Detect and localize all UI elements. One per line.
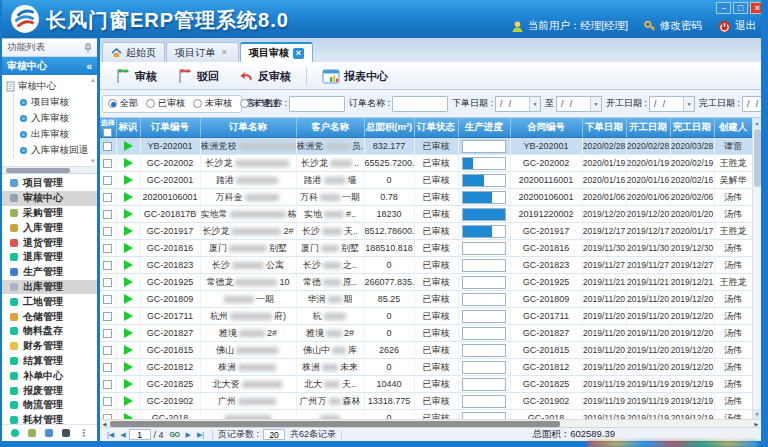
row-checkbox[interactable] <box>103 193 112 202</box>
sidebar-menu-item[interactable]: 生产管理 <box>2 265 97 280</box>
tree-item-outbound-audit[interactable]: 出库审核 <box>14 126 95 142</box>
chevron-down-icon[interactable]: ▼ <box>590 97 601 111</box>
order-date-to-picker[interactable]: / /▼ <box>556 96 602 112</box>
row-checkbox[interactable] <box>103 261 112 270</box>
row-checkbox[interactable] <box>103 363 112 372</box>
col-progress[interactable]: 生产进度 <box>458 118 510 138</box>
table-row[interactable]: GC-201711 杭州府) 杭 0 已审核 GC-201711 2019/11… <box>100 308 752 325</box>
table-row[interactable]: GC-201812 株洲 株洲未来 0 已审核 GC-201812 2019/1… <box>100 359 752 376</box>
logout-button[interactable]: 退出 <box>718 19 756 33</box>
sidebar-menu-item[interactable]: 补单中心 <box>2 368 97 383</box>
table-row[interactable]: GC-201827 雅境2# 雅境2# 0 已审核 GC-201827 2019… <box>100 325 752 342</box>
overflow-icon[interactable]: ⋮ <box>79 428 88 438</box>
collapse-panel-icon[interactable]: « <box>86 61 92 72</box>
sidebar-menu-item[interactable]: 审核中心 <box>2 191 97 206</box>
close-icon[interactable]: × <box>293 48 304 59</box>
scroll-down-icon[interactable]: ▼ <box>753 409 761 419</box>
first-page-button[interactable]: |◀ <box>107 431 114 439</box>
minimize-button[interactable]: － <box>716 2 731 14</box>
vertical-scroll-thumb[interactable] <box>754 129 761 187</box>
sidebar-menu-item[interactable]: 出库管理 <box>2 280 97 295</box>
sidebar-menu-item[interactable]: 采购管理 <box>2 206 97 221</box>
sidebar-menu-item[interactable]: 项目管理 <box>2 176 97 191</box>
row-checkbox[interactable] <box>103 159 112 168</box>
col-contract-no[interactable]: 合同编号 <box>510 118 582 138</box>
tree-scroll-arrows[interactable]: ▲▼ <box>90 77 96 164</box>
row-checkbox[interactable] <box>103 244 112 253</box>
tree-item-inbound-audit-rollback[interactable]: 入库审核回退 <box>14 142 95 158</box>
scroll-right-icon[interactable]: ▶ <box>752 420 761 428</box>
table-row[interactable]: 20200106001 万科金 万科一期 0.78 已审核 2020010600… <box>100 189 752 206</box>
table-row[interactable]: GC-202001 路港 路港墙 0 已审核 20200116001 2020/… <box>100 172 752 189</box>
vertical-scrollbar[interactable]: ▲ ▼ <box>752 118 761 419</box>
table-row[interactable]: GC-202002 长沙龙 长沙龙.. 65525.7200.. 已审核 GC-… <box>100 155 752 172</box>
scroll-up-icon[interactable]: ▲ <box>753 118 761 128</box>
row-checkbox[interactable] <box>103 397 112 406</box>
col-customer[interactable]: 客户名称 <box>296 118 364 138</box>
pin-icon[interactable] <box>84 43 92 53</box>
col-order-no[interactable]: 订单编号 <box>140 118 200 138</box>
row-checkbox[interactable] <box>103 312 112 321</box>
table-row[interactable]: GC-201815 佛山 佛山中库 2626 已审核 GC-201815 201… <box>100 342 752 359</box>
table-row[interactable]: GC-201816 厦门别墅 厦门别墅 188510.818 已审核 GC-20… <box>100 240 752 257</box>
order-name-input[interactable] <box>392 96 448 112</box>
tab-project-orders[interactable]: 项目订单 × <box>166 42 239 62</box>
table-row[interactable]: GC-2018 0 已审核 GC-2018 2019/11/19 2019/11… <box>100 410 752 420</box>
col-order-name[interactable]: 订单名称 <box>200 118 296 138</box>
tab-home[interactable]: 起始页 <box>102 42 165 62</box>
start-date-picker[interactable]: / /▼ <box>649 96 695 112</box>
radio-all[interactable]: 全部 <box>108 97 138 110</box>
sidebar-menu-item[interactable]: 耗材管理 <box>2 413 97 424</box>
tab-project-audit[interactable]: 项目审核 × <box>240 42 313 62</box>
chevron-down-icon[interactable]: ▼ <box>529 97 540 111</box>
row-checkbox[interactable] <box>103 329 112 338</box>
tree-root-audit-center[interactable]: 审核中心 <box>6 78 95 94</box>
select-all-checkbox[interactable] <box>103 128 112 137</box>
table-row[interactable]: YB-202001 株洲党校 株洲党员.. 832.177 已审核 YB-202… <box>100 138 752 155</box>
table-row[interactable]: GC-201823 长沙公寓 长沙之.. 0 已审核 GC-201823 201… <box>100 257 752 274</box>
row-checkbox[interactable] <box>103 380 112 389</box>
sidebar-menu-item[interactable]: 财务管理 <box>2 339 97 354</box>
table-row[interactable]: GC-201817B 实地常栋 实地#.. 18230 已审核 20191220… <box>100 206 752 223</box>
page-size-input[interactable] <box>263 429 285 440</box>
sidebar-menu-item[interactable]: 工地管理 <box>2 294 97 309</box>
reject-button[interactable]: 驳回 <box>168 65 228 87</box>
sidebar-menu-item[interactable]: 物流管理 <box>2 398 97 413</box>
table-row[interactable]: GC-201917 长沙龙2# 长沙天.. 8512.78600.. 已审核 G… <box>100 223 752 240</box>
sidebar-menu-item[interactable]: 仓储管理 <box>2 309 97 324</box>
sidebar-menu-item[interactable]: 退货管理 <box>2 235 97 250</box>
table-row[interactable]: GC-201925 常德龙10 常德原.. 266077.835.. 已审核 G… <box>100 274 752 291</box>
tree-item-project-audit[interactable]: 项目审核 <box>14 94 95 110</box>
row-checkbox[interactable] <box>103 278 112 287</box>
col-status[interactable]: 订单状态 <box>414 118 458 138</box>
col-order-date[interactable]: 下单日期 <box>582 118 626 138</box>
scroll-left-icon[interactable]: ◀ <box>100 420 109 428</box>
sidebar-menu-item[interactable]: 报废管理 <box>2 383 97 398</box>
row-checkbox[interactable] <box>103 227 112 236</box>
report-center-button[interactable]: 报表中心 <box>313 66 397 87</box>
prev-page-button[interactable]: ◀ <box>120 431 125 439</box>
quick-icon-4[interactable] <box>62 429 70 437</box>
col-creator[interactable]: 创建人 <box>714 118 752 138</box>
horizontal-scrollbar[interactable]: ◀ ▶ <box>100 419 761 427</box>
row-checkbox[interactable] <box>103 295 112 304</box>
col-flag[interactable]: 标识 <box>116 118 140 138</box>
last-page-button[interactable]: ▶| <box>197 431 204 439</box>
row-checkbox[interactable] <box>103 210 112 219</box>
sidebar-menu-item[interactable]: 物料盘存 <box>2 324 97 339</box>
col-finish-date[interactable]: 完工日期 <box>670 118 714 138</box>
quick-icon-3[interactable] <box>45 429 53 437</box>
unaudit-button[interactable]: 反审核 <box>230 66 300 87</box>
table-row[interactable]: GC-201825 北大资 北大天.. 10440 已审核 GC-201825 … <box>100 376 752 393</box>
horizontal-scroll-thumb[interactable] <box>110 421 560 427</box>
sidebar-menu-item[interactable]: 退库管理 <box>2 250 97 265</box>
chevron-down-icon[interactable]: ▼ <box>683 97 694 111</box>
finish-date-picker[interactable]: / / <box>742 96 761 112</box>
close-button[interactable]: × <box>750 2 765 14</box>
col-total-area[interactable]: 总面积(m²) <box>364 118 414 138</box>
customer-name-input[interactable] <box>289 96 345 112</box>
radio-audited[interactable]: 已审核 <box>146 97 185 110</box>
row-checkbox[interactable] <box>103 142 112 151</box>
close-icon[interactable]: × <box>219 47 230 58</box>
tree-horizontal-scrollbar[interactable] <box>2 167 97 174</box>
